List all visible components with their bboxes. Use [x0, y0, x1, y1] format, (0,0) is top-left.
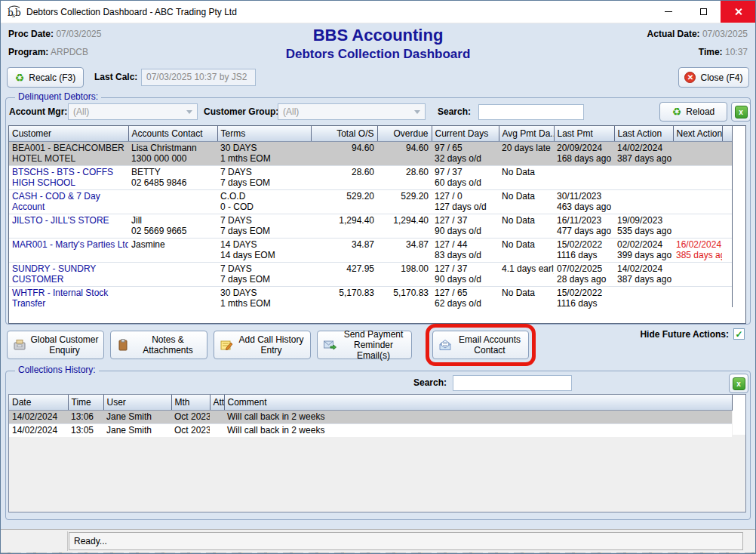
minimize-button[interactable] [651, 1, 686, 23]
column-header-overdue[interactable]: Overdue [377, 126, 432, 142]
column-header-comment[interactable]: Comment [224, 395, 732, 411]
global-enquiry-icon [11, 338, 29, 352]
column-header-user[interactable]: User [103, 395, 171, 411]
cell: 1,294.40 [377, 214, 432, 239]
cell: Will call back in 2 weeks [224, 411, 732, 424]
cell: 427.95 [311, 263, 377, 287]
cell [673, 190, 722, 214]
column-header-mth[interactable]: Mth [171, 395, 210, 411]
column-header-date[interactable]: Date [9, 395, 68, 411]
cell: 529.20 [377, 190, 432, 214]
column-header-att[interactable]: Att [210, 395, 224, 411]
debtor-row[interactable]: SUNDRY - SUNDRYCUSTOMER7 DAYS7 days EOM4… [9, 263, 732, 287]
cell: Oct 2023 [171, 411, 210, 424]
cell: 127 / 6562 days o/d [432, 287, 499, 311]
button-label: Email AccountsContact [454, 334, 525, 355]
cell: CASH - COD & 7 DayAccount [9, 190, 128, 214]
cell: 14/02/2024 [9, 424, 68, 438]
global-customer-enquiry-button[interactable]: Global CustomerEnquiry [7, 331, 104, 359]
collections-table: DateTimeUserMthAttComment 14/02/202413:0… [9, 395, 732, 437]
cell [128, 287, 217, 311]
cell [722, 214, 732, 239]
reload-label: Reload [686, 106, 715, 117]
customer-group-value: (All) [283, 106, 299, 117]
cell [554, 166, 614, 190]
cell [128, 263, 217, 287]
debtors-search-input[interactable] [478, 104, 584, 120]
cell: 14 DAYS14 days EOM [217, 239, 311, 263]
cell: 198.00 [377, 263, 432, 287]
cell: 94.60 [311, 142, 377, 166]
email-accounts-contact-button[interactable]: Email AccountsContact [432, 331, 529, 359]
cell: 34.87 [311, 239, 377, 263]
column-header-total-o-s[interactable]: Total O/S [311, 126, 377, 142]
email-open-icon [436, 338, 454, 352]
maximize-button[interactable] [686, 1, 721, 23]
recalc-label: Recalc (F3) [29, 72, 75, 83]
column-header-time[interactable]: Time [68, 395, 103, 411]
debtor-row[interactable]: BEA001 - BEACHCOMBERHOTEL MOTELLisa Chri… [9, 142, 732, 166]
close-icon [734, 8, 742, 16]
debtor-row[interactable]: WHTFR - Internal StockTransfer30 DAYS1 m… [9, 287, 732, 311]
cell: 7 DAYS7 days EOM [217, 263, 311, 287]
cell: 94.60 [377, 142, 432, 166]
column-header-accounts-contact[interactable]: Accounts Contact [128, 126, 217, 142]
recycle-icon: ♻ [672, 106, 682, 117]
debtors-scrollbar-track[interactable] [733, 126, 746, 324]
collections-search-input[interactable] [453, 375, 572, 391]
reload-button[interactable]: ♻ Reload [659, 102, 727, 122]
column-header-last-pmt[interactable]: Last Pmt [554, 126, 614, 142]
recalc-button[interactable]: ♻ Recalc (F3) [7, 67, 84, 88]
cell: 19/09/2023535 days ago [614, 214, 673, 239]
cell: 127 / 4483 days o/d [432, 239, 499, 263]
cell: 4.1 days early [499, 263, 554, 287]
window-title: Debtors Collection Dashboard - ABC Tradi… [26, 7, 237, 17]
column-header-customer[interactable]: Customer [9, 126, 128, 142]
hide-future-actions-checkbox[interactable]: ✓ [733, 328, 745, 340]
statusbar: Ready... [1, 529, 755, 552]
add-call-history-entry-button[interactable]: Add Call HistoryEntry [214, 331, 311, 359]
cell [210, 411, 224, 424]
debtor-row[interactable]: JILSTO - JILL'S STOREJill02 5669 96657 D… [9, 214, 732, 239]
debtor-row[interactable]: MAR001 - Marty's Parties LtdJasmine14 DA… [9, 239, 732, 263]
excel-icon: x [735, 106, 748, 118]
customer-group-dropdown[interactable]: (All) [278, 103, 426, 120]
column-header-terms[interactable]: Terms [217, 126, 311, 142]
collections-legend: Collections History: [15, 365, 99, 375]
cell [673, 287, 722, 311]
cell [722, 287, 732, 311]
customer-group-label: Customer Group: [204, 103, 278, 120]
history-row[interactable]: 14/02/202413:06Jane SmithOct 2023Will ca… [9, 411, 732, 424]
close-f4-button[interactable]: ✕ Close (F4) [678, 67, 749, 88]
history-row[interactable]: 14/02/202413:05Jane SmithOct 2023Will ca… [9, 424, 732, 438]
debtors-table-container: CustomerAccounts ContactTermsTotal O/SOv… [8, 125, 746, 324]
cell: 14/02/2024387 days ago [614, 263, 673, 287]
debtor-row[interactable]: BTSCHS - BTS - COFFSHIGH SCHOOLBETTY02 6… [9, 166, 732, 190]
page-title: BBS Accounting [1, 26, 755, 45]
column-header-avg-pmt-da-[interactable]: Avg Pmt Da... [499, 126, 554, 142]
close-window-button[interactable] [721, 1, 755, 23]
debtor-row[interactable]: CASH - COD & 7 DayAccountC.O.D0 - COD529… [9, 190, 732, 214]
cell: Will call back in 2 weeks [224, 424, 732, 438]
cell: 7 DAYS7 days EOM [217, 166, 311, 190]
cell: No Data [499, 287, 554, 311]
collections-scrollbar-track[interactable] [733, 395, 746, 435]
cell: 127 / 0127 days o/d [432, 190, 499, 214]
column-header-next-action[interactable]: Next Action [673, 126, 722, 142]
time-label: Time: [699, 47, 723, 57]
cell: Jill02 5669 9665 [128, 214, 217, 239]
column-header-current-days[interactable]: Current Days [432, 126, 499, 142]
column-header-last-action[interactable]: Last Action [614, 126, 673, 142]
send-payment-reminder-email-s--button[interactable]: Send PaymentReminder Email(s) [317, 331, 412, 359]
account-mgr-dropdown[interactable]: (All) [68, 103, 198, 120]
cell [673, 142, 722, 166]
collections-export-excel-button[interactable]: x [729, 374, 748, 393]
cell: WHTFR - Internal StockTransfer [9, 287, 128, 311]
cell [722, 239, 732, 263]
cell: 13:05 [68, 424, 103, 438]
debtors-export-excel-button[interactable]: x [731, 102, 751, 122]
notes-attachments-button[interactable]: Notes &Attachments [110, 331, 207, 359]
button-label: Add Call HistoryEntry [235, 334, 307, 355]
cell [722, 190, 732, 214]
collections-table-container: DateTimeUserMthAttComment 14/02/202413:0… [8, 394, 746, 512]
